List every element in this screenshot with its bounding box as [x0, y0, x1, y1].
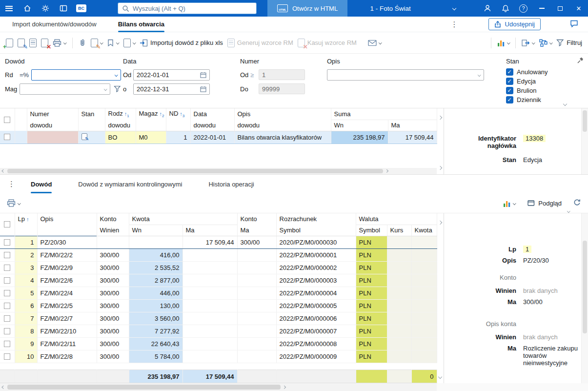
vertical-scrollbar[interactable]: [581, 213, 588, 383]
table-row[interactable]: 8FZ/M0/22/10300/007 277,922022/PZ/M0/000…: [0, 325, 437, 337]
table-row[interactable]: BO M0 1 2022-01-01 Bilans otwarcia klasy…: [0, 131, 437, 144]
col-kwota[interactable]: Kwota: [129, 213, 237, 225]
table-row[interactable]: 9FZ/M0/22/11300/0022 640,432022/PZ/M0/00…: [0, 337, 437, 350]
pin-icon[interactable]: [577, 57, 584, 64]
date-from-field[interactable]: 2022-01-01: [133, 69, 210, 81]
tab-bilans-otwarcia[interactable]: Bilans otwarcia: [118, 17, 164, 32]
row-checkbox[interactable]: [4, 353, 10, 360]
col-symbol-sub[interactable]: Symbol: [276, 225, 356, 236]
table-row[interactable]: 3FZ/M0/22/9300/002 535,522022/PZ/M0/0000…: [0, 261, 437, 274]
col-konto-ma-sub[interactable]: Ma: [237, 225, 276, 236]
opis-combobox[interactable]: [327, 69, 484, 81]
tab-dowod[interactable]: Dowód: [31, 175, 52, 193]
checkbox-anulowany[interactable]: [506, 68, 513, 76]
col-konto-winien[interactable]: Konto: [97, 213, 129, 225]
decree-document-button[interactable]: [91, 39, 103, 47]
email-button[interactable]: [368, 40, 382, 46]
delete-document-button[interactable]: [41, 39, 48, 47]
document-details-button[interactable]: [29, 39, 37, 47]
col-suma[interactable]: Suma: [331, 108, 437, 120]
print-positions-button[interactable]: [7, 199, 20, 207]
refresh-button[interactable]: [573, 199, 581, 208]
search-input[interactable]: [133, 5, 252, 12]
col-rozrachunek[interactable]: Rozrachunek: [276, 213, 356, 225]
preview-button[interactable]: Podgląd: [527, 200, 562, 207]
attachments-button[interactable]: [79, 39, 86, 47]
numer-from-field[interactable]: 1: [259, 69, 305, 80]
scrollbar-thumb[interactable]: [583, 110, 587, 132]
col-data[interactable]: Data: [190, 108, 234, 120]
select-all-checkbox[interactable]: [4, 117, 10, 123]
mag-combobox[interactable]: [20, 83, 110, 95]
col-numer[interactable]: Numer: [27, 108, 78, 120]
home-button[interactable]: [18, 0, 36, 17]
detail-more-options-icon[interactable]: [6, 180, 17, 188]
numer-operator[interactable]: ≥: [250, 71, 259, 79]
scroll-right-icon[interactable]: [385, 169, 388, 172]
col-stan[interactable]: Stan: [78, 108, 105, 120]
scrollbar-thumb[interactable]: [7, 169, 383, 173]
row-checkbox[interactable]: [4, 239, 10, 246]
vertical-scrollbar[interactable]: [581, 108, 588, 174]
collapse-panel-icon[interactable]: [567, 209, 570, 212]
horizontal-scrollbar[interactable]: [0, 383, 437, 391]
chart-button[interactable]: [497, 39, 510, 46]
select-all-checkbox[interactable]: [4, 221, 10, 227]
col-numer-sub[interactable]: dowodu: [27, 120, 78, 131]
table-row[interactable]: 5FZ/M0/22/4300/00446,002022/PZ/M0/000004…: [0, 287, 437, 299]
row-checkbox[interactable]: [4, 315, 10, 322]
col-kwota-sub[interactable]: Kwota: [411, 225, 437, 236]
help-button[interactable]: [514, 0, 532, 17]
rd-operator-button[interactable]: =%: [20, 71, 31, 79]
row-checkbox[interactable]: [4, 265, 10, 271]
maximize-button[interactable]: [551, 0, 569, 17]
col-rodz[interactable]: Rodz1: [105, 108, 136, 120]
col-konto-ma[interactable]: Konto: [237, 213, 276, 225]
company-selector[interactable]: 1 - Foto Świat: [347, 5, 478, 12]
col-kurs-sub[interactable]: Kurs: [387, 225, 411, 236]
scroll-right-icon[interactable]: [283, 386, 285, 389]
tab-historia-operacji[interactable]: Historia operacji: [208, 175, 254, 193]
filter-button[interactable]: Filtruj: [556, 39, 582, 46]
scrollbar-thumb[interactable]: [583, 241, 587, 333]
user-button[interactable]: [478, 0, 496, 17]
checkbox-dziennik[interactable]: [506, 96, 513, 103]
table-row[interactable]: 2FZ/M0/22/2300/00416,002022/PZ/M0/000001…: [0, 248, 437, 261]
feedback-button[interactable]: [570, 20, 578, 29]
scroll-down-icon[interactable]: [438, 375, 442, 379]
col-data-sub[interactable]: dowodu: [190, 120, 234, 131]
col-ma[interactable]: Ma: [388, 120, 437, 131]
edit-document-button[interactable]: [18, 39, 25, 47]
search-box[interactable]: [118, 2, 257, 14]
tab-import-dokumentow[interactable]: Import dokumentów/dowodów: [12, 17, 97, 32]
table-row[interactable]: 6FZ/M0/22/5300/00130,002022/PZ/M0/000005…: [0, 299, 437, 312]
date-to-field[interactable]: 2022-12-31: [133, 83, 210, 95]
checkbox-edycja[interactable]: [506, 78, 513, 85]
hamburger-menu-button[interactable]: [0, 0, 18, 17]
col-waluta[interactable]: Waluta: [356, 213, 437, 225]
share-button[interactable]: Udostępnij: [488, 18, 541, 30]
table-row[interactable]: 7FZ/M0/22/7300/003 560,002022/PZ/M0/0000…: [0, 312, 437, 325]
col-opis[interactable]: Opis: [37, 213, 97, 236]
numer-to-field[interactable]: 99999: [259, 83, 305, 94]
table-row[interactable]: 10FZ/M0/22/8300/005 784,002022/PZ/M0/000…: [0, 350, 437, 363]
settings-button[interactable]: [36, 0, 54, 17]
positions-chart-button[interactable]: [503, 200, 516, 207]
col-waluta-symbol-sub[interactable]: Symbol: [356, 225, 387, 236]
scroll-right-icon[interactable]: [438, 221, 442, 225]
scroll-right-icon[interactable]: [438, 166, 442, 170]
col-opis-sub[interactable]: dowodu: [234, 120, 331, 131]
import-xls-button[interactable]: Importuj dowód z pliku xls: [140, 39, 223, 47]
col-winien-sub[interactable]: Winien: [97, 225, 129, 236]
table-row[interactable]: 4FZ/M0/22/6300/002 877,002022/PZ/M0/0000…: [0, 274, 437, 287]
col-nd[interactable]: ND3: [166, 108, 190, 120]
row-checkbox[interactable]: [4, 252, 10, 258]
row-checkbox[interactable]: [4, 290, 10, 296]
bc-app-button[interactable]: BC: [72, 0, 90, 17]
col-magaz[interactable]: Magaz2: [136, 108, 166, 120]
row-checkbox[interactable]: [4, 303, 10, 309]
open-html-button[interactable]: HTML Otwórz w HTML: [267, 0, 347, 17]
automation-button[interactable]: [539, 39, 552, 47]
col-rodz-sub[interactable]: dowodu: [105, 120, 136, 131]
scroll-left-icon[interactable]: [2, 386, 5, 389]
